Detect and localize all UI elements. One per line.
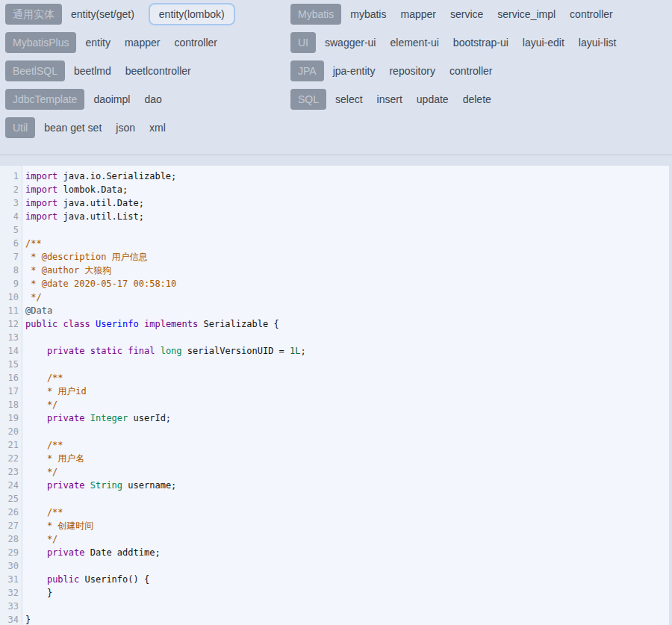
line-number: 34 — [0, 613, 19, 625]
code-line: private String username; — [25, 479, 669, 492]
line-number: 6 — [0, 237, 19, 250]
code-token-cm: */ — [25, 534, 57, 544]
code-line: public Userinfo() { — [25, 573, 669, 586]
code-line — [25, 600, 669, 613]
template-link-controller[interactable]: controller — [570, 8, 613, 20]
category-button-jdbctemplate[interactable]: JdbcTemplate — [5, 89, 84, 110]
code-line: } — [25, 613, 669, 625]
template-link-layui-list[interactable]: layui-list — [579, 37, 617, 49]
code-token-cm: /** — [25, 373, 63, 383]
tool-row-right-1: UIswagger-uielement-uibootstrap-uilayui-… — [290, 32, 672, 53]
line-number: 8 — [0, 264, 19, 277]
code-line: import java.io.Serializable; — [25, 170, 669, 183]
template-link-beetlcontroller[interactable]: beetlcontroller — [125, 65, 191, 77]
line-number: 5 — [0, 223, 19, 237]
line-number: 12 — [0, 317, 19, 331]
line-number: 14 — [0, 344, 19, 358]
template-link-bootstrap-ui[interactable]: bootstrap-ui — [453, 37, 508, 49]
line-number: 32 — [0, 586, 19, 600]
code-line: /** — [25, 371, 669, 385]
category-button-sql[interactable]: SQL — [290, 89, 326, 110]
code-token-pl: java.util.Date; — [57, 198, 144, 208]
code-line: /** — [25, 237, 669, 250]
template-link-update[interactable]: update — [417, 93, 449, 105]
line-number: 20 — [0, 425, 19, 438]
template-link-element-ui[interactable]: element-ui — [390, 37, 438, 49]
category-button-mybatis[interactable]: Mybatis — [290, 4, 341, 25]
code-token-def: Userinfo — [96, 319, 139, 329]
template-link-bean-get-set[interactable]: bean get set — [44, 122, 102, 134]
line-number: 13 — [0, 331, 19, 344]
category-button-jpa[interactable]: JPA — [290, 60, 324, 81]
code-token-pl — [155, 346, 160, 356]
template-link-mapper[interactable]: mapper — [125, 37, 160, 49]
code-token-pl: } — [25, 615, 31, 625]
line-number: 11 — [0, 304, 19, 317]
template-link-delete[interactable]: delete — [463, 93, 491, 105]
template-link-entity[interactable]: entity — [85, 37, 110, 49]
code-token-kw: implements — [144, 319, 198, 329]
template-link-repository[interactable]: repository — [389, 65, 435, 77]
toolbar-right-column: Mybatismybatismapperserviceservice_implc… — [290, 4, 672, 146]
line-number: 29 — [0, 546, 19, 559]
code-token-pl — [84, 346, 90, 356]
line-number: 1 — [0, 170, 19, 183]
template-toolbar: 通用实体entity(set/get)entity(lombok)Mybatis… — [0, 0, 672, 146]
code-token-pl: Date addtime; — [84, 547, 160, 558]
code-token-pl: } — [25, 588, 52, 598]
template-link-jpa-entity[interactable]: jpa-entity — [333, 65, 376, 77]
code-token-pl: userId; — [128, 413, 171, 423]
tool-row-left-0: 通用实体entity(set/get)entity(lombok) — [5, 4, 290, 25]
template-link-controller[interactable]: controller — [174, 37, 217, 49]
template-link-dao[interactable]: dao — [144, 93, 161, 105]
line-number: 31 — [0, 573, 19, 586]
template-link-select[interactable]: select — [335, 93, 363, 105]
category-button-mybatisplus[interactable]: MybatisPlus — [5, 32, 76, 53]
code-token-kw: private — [47, 547, 85, 558]
template-link-layui-edit[interactable]: layui-edit — [523, 37, 564, 49]
category-button-beetlsql[interactable]: BeetlSQL — [5, 60, 65, 81]
code-token-ty: long — [161, 346, 182, 356]
selected-template-box[interactable]: entity(lombok) — [149, 3, 235, 25]
code-token-pl — [25, 413, 47, 423]
code-line — [25, 425, 669, 438]
code-area[interactable]: import java.io.Serializable;import lombo… — [22, 166, 669, 625]
code-token-kw: import — [25, 211, 57, 222]
code-token-kw: private — [47, 413, 85, 423]
template-link-swagger-ui[interactable]: swagger-ui — [325, 37, 376, 49]
code-token-cm: * @author 大狼狗 — [25, 265, 111, 276]
code-token-kw: public — [47, 574, 79, 585]
template-link-service[interactable]: service — [450, 8, 483, 20]
code-line: private Date addtime; — [25, 546, 669, 559]
category-button-通用实体[interactable]: 通用实体 — [5, 4, 62, 25]
code-token-kw: static — [90, 346, 122, 356]
template-link-mapper[interactable]: mapper — [400, 8, 435, 20]
template-link-xml[interactable]: xml — [149, 122, 166, 134]
code-token-pl: Serializable { — [198, 319, 279, 329]
code-token-kw: private — [47, 346, 85, 356]
category-button-util[interactable]: Util — [5, 117, 35, 138]
template-link-entity-lombok[interactable]: entity(lombok) — [159, 8, 225, 20]
template-link-beetlmd[interactable]: beetlmd — [74, 65, 111, 77]
code-line: public class Userinfo implements Seriali… — [25, 317, 669, 331]
template-link-controller[interactable]: controller — [449, 65, 493, 77]
code-token-kw: private — [47, 480, 85, 491]
code-line — [25, 492, 669, 506]
code-token-num: 1L — [290, 346, 300, 356]
category-button-ui[interactable]: UI — [290, 32, 316, 53]
line-number: 19 — [0, 411, 19, 425]
template-link-insert[interactable]: insert — [377, 93, 402, 105]
code-token-kw: public — [25, 319, 57, 329]
template-link-mybatis[interactable]: mybatis — [350, 8, 386, 20]
tool-row-right-3: SQLselectinsertupdatedelete — [290, 89, 672, 110]
template-link-json[interactable]: json — [116, 122, 135, 134]
line-number-gutter: 1234567891011121314151617181920212223242… — [0, 166, 22, 625]
template-link-entity-set-get[interactable]: entity(set/get) — [71, 8, 134, 20]
template-link-daoimpl[interactable]: daoimpl — [93, 93, 130, 105]
template-link-service-impl[interactable]: service_impl — [497, 8, 556, 20]
code-line: } — [25, 586, 669, 600]
line-number: 3 — [0, 196, 19, 210]
code-token-pl — [84, 480, 90, 491]
line-number: 24 — [0, 479, 19, 492]
code-token-cm: * @description 用户信息 — [25, 252, 148, 262]
